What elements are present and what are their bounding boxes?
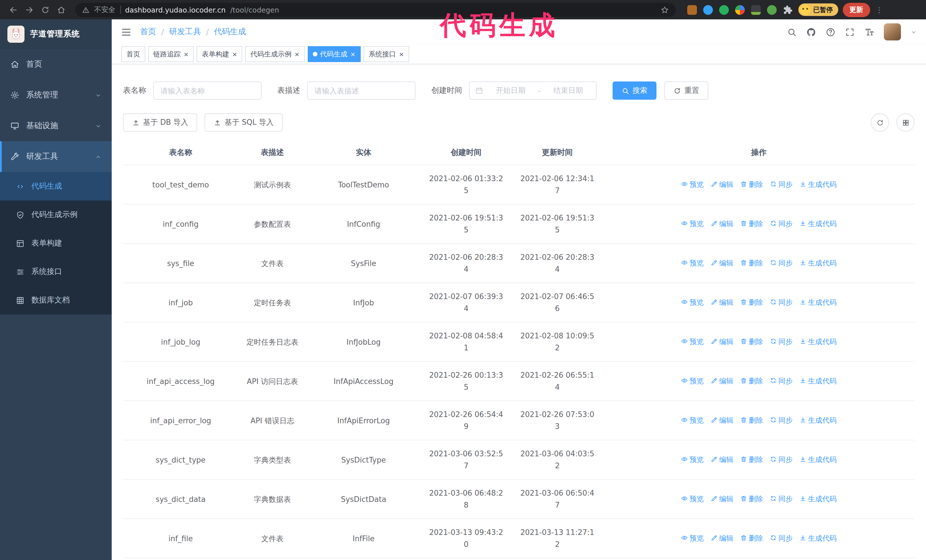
edit-link[interactable]: 编辑 xyxy=(711,375,733,387)
reset-button[interactable]: 重置 xyxy=(664,82,708,100)
breadcrumb-home[interactable]: 首页 xyxy=(140,27,156,37)
generate-code-link[interactable]: 生成代码 xyxy=(799,493,837,505)
delete-link[interactable]: 删除 xyxy=(740,178,763,190)
tab-form-builder[interactable]: 表单构建 × xyxy=(197,46,242,62)
edit-link[interactable]: 编辑 xyxy=(711,493,733,505)
bookmark-star-icon[interactable] xyxy=(660,5,669,14)
generate-code-link[interactable]: 生成代码 xyxy=(799,257,837,269)
sync-link[interactable]: 同步 xyxy=(770,532,793,544)
preview-link[interactable]: 预览 xyxy=(681,453,704,465)
sync-link[interactable]: 同步 xyxy=(770,414,793,426)
preview-link[interactable]: 预览 xyxy=(681,178,704,190)
edit-link[interactable]: 编辑 xyxy=(711,532,733,544)
extension-icon[interactable] xyxy=(735,5,745,15)
tab-codegen[interactable]: 代码生成 × xyxy=(307,46,360,62)
tab-trace[interactable]: 链路追踪 × xyxy=(148,46,194,62)
generate-code-link[interactable]: 生成代码 xyxy=(799,414,837,426)
sync-link[interactable]: 同步 xyxy=(770,453,793,465)
browser-back-button[interactable] xyxy=(6,2,21,17)
preview-link[interactable]: 预览 xyxy=(681,257,704,269)
delete-link[interactable]: 删除 xyxy=(740,257,763,269)
generate-code-link[interactable]: 生成代码 xyxy=(799,453,837,465)
sync-link[interactable]: 同步 xyxy=(770,375,793,387)
preview-link[interactable]: 预览 xyxy=(681,414,704,426)
delete-link[interactable]: 删除 xyxy=(740,414,763,426)
browser-reload-button[interactable] xyxy=(38,2,53,17)
close-icon[interactable]: × xyxy=(399,51,404,57)
tab-codegen-example[interactable]: 代码生成示例 × xyxy=(245,46,304,62)
preview-link[interactable]: 预览 xyxy=(681,532,704,544)
chevron-down-icon[interactable] xyxy=(911,29,917,35)
sidebar-item-codegen[interactable]: 代码生成 xyxy=(0,172,112,201)
generate-code-link[interactable]: 生成代码 xyxy=(799,335,837,347)
extensions-puzzle-icon[interactable] xyxy=(783,5,793,15)
preview-link[interactable]: 预览 xyxy=(681,335,704,347)
github-icon[interactable] xyxy=(806,27,816,37)
chrome-menu-icon[interactable]: ⋮ xyxy=(876,5,883,14)
delete-link[interactable]: 删除 xyxy=(740,532,763,544)
table-name-input[interactable] xyxy=(153,82,261,100)
close-icon[interactable]: × xyxy=(232,51,237,57)
column-settings-button[interactable] xyxy=(896,113,915,131)
delete-link[interactable]: 删除 xyxy=(740,296,763,308)
tab-home[interactable]: 首页 xyxy=(121,46,145,62)
delete-link[interactable]: 删除 xyxy=(740,335,763,347)
delete-link[interactable]: 删除 xyxy=(740,375,763,387)
browser-update-button[interactable]: 更新 xyxy=(843,3,870,17)
extension-icon[interactable] xyxy=(767,5,777,15)
refresh-table-button[interactable] xyxy=(871,113,889,131)
sidebar-item-form-builder[interactable]: 表单构建 xyxy=(0,229,112,258)
sync-link[interactable]: 同步 xyxy=(770,493,793,505)
search-button[interactable]: 搜索 xyxy=(613,82,657,100)
sync-link[interactable]: 同步 xyxy=(770,178,793,190)
preview-link[interactable]: 预览 xyxy=(681,375,704,387)
breadcrumb-dev-tools[interactable]: 研发工具 xyxy=(169,27,201,37)
edit-link[interactable]: 编辑 xyxy=(711,178,733,190)
preview-link[interactable]: 预览 xyxy=(681,296,704,308)
generate-code-link[interactable]: 生成代码 xyxy=(799,178,837,190)
extension-icon[interactable] xyxy=(719,5,729,15)
tab-system-api[interactable]: 系统接口 × xyxy=(363,46,409,62)
close-icon[interactable]: × xyxy=(183,51,189,57)
browser-home-button[interactable] xyxy=(54,2,68,17)
sidebar-item-infrastructure[interactable]: 基础设施 xyxy=(0,110,112,141)
preview-link[interactable]: 预览 xyxy=(681,493,704,505)
edit-link[interactable]: 编辑 xyxy=(711,296,733,308)
table-desc-input[interactable] xyxy=(307,82,415,100)
edit-link[interactable]: 编辑 xyxy=(711,217,733,229)
edit-link[interactable]: 编辑 xyxy=(711,335,733,347)
preview-link[interactable]: 预览 xyxy=(681,217,704,229)
url-bar[interactable]: 不安全 dashboard.yudao.iocoder.cn /tool/cod… xyxy=(75,3,676,17)
import-db-button[interactable]: 基于 DB 导入 xyxy=(123,113,197,131)
sidebar-item-dev-tools[interactable]: 研发工具 xyxy=(0,141,112,172)
sidebar-item-db-doc[interactable]: 数据库文档 xyxy=(0,286,112,314)
sync-link[interactable]: 同步 xyxy=(770,296,793,308)
delete-link[interactable]: 删除 xyxy=(740,453,763,465)
generate-code-link[interactable]: 生成代码 xyxy=(799,532,837,544)
sync-link[interactable]: 同步 xyxy=(770,217,793,229)
generate-code-link[interactable]: 生成代码 xyxy=(799,296,837,308)
fullscreen-icon[interactable] xyxy=(845,27,855,37)
extension-icon[interactable] xyxy=(687,5,697,15)
hamburger-icon[interactable] xyxy=(121,27,132,37)
sidebar-item-codegen-example[interactable]: 代码生成示例 xyxy=(0,201,112,229)
sync-link[interactable]: 同步 xyxy=(770,335,793,347)
delete-link[interactable]: 删除 xyxy=(740,217,763,229)
close-icon[interactable]: × xyxy=(350,51,355,57)
sidebar-item-system-api[interactable]: 系统接口 xyxy=(0,258,112,286)
sidebar-item-home[interactable]: 首页 xyxy=(0,49,112,80)
generate-code-link[interactable]: 生成代码 xyxy=(799,375,837,387)
browser-forward-button[interactable] xyxy=(22,2,36,17)
edit-link[interactable]: 编辑 xyxy=(711,453,733,465)
extension-icon[interactable] xyxy=(703,5,713,15)
sidebar-item-system-management[interactable]: 系统管理 xyxy=(0,80,112,110)
delete-link[interactable]: 删除 xyxy=(740,493,763,505)
import-sql-button[interactable]: 基于 SQL 导入 xyxy=(204,113,283,131)
help-icon[interactable] xyxy=(826,27,835,37)
close-icon[interactable]: × xyxy=(294,51,300,57)
date-range-picker[interactable]: 开始日期 - 结束日期 xyxy=(469,82,597,100)
font-size-icon[interactable] xyxy=(864,27,874,37)
profile-paused-badge[interactable]: 已暂停 xyxy=(798,3,838,16)
generate-code-link[interactable]: 生成代码 xyxy=(799,217,837,229)
extension-icon[interactable] xyxy=(751,5,761,15)
